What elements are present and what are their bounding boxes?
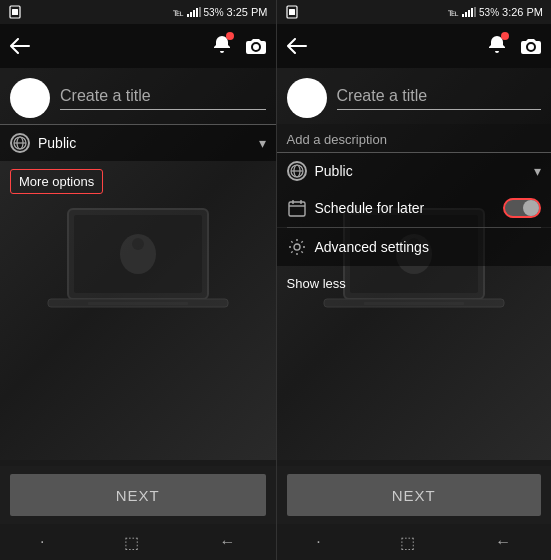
dropdown-arrow-right: ▾	[534, 163, 541, 179]
back-button-left[interactable]	[10, 38, 30, 54]
title-row-right: Create a title	[277, 68, 552, 124]
svg-point-36	[294, 244, 300, 250]
laptop-image-left	[38, 199, 238, 329]
status-bar-right: ℡ 53% 3:26 PM	[277, 0, 552, 24]
next-button-right[interactable]: NEXT	[287, 474, 542, 516]
signal-icon-right	[462, 7, 476, 17]
nav-recent-right[interactable]: ⬚	[400, 533, 415, 552]
toggle-knob	[523, 200, 539, 216]
svg-rect-21	[471, 8, 473, 17]
svg-rect-22	[474, 7, 476, 17]
top-bar-left	[0, 24, 276, 68]
top-bar-right	[277, 24, 552, 68]
nav-bar-left: · ⬚ ←	[0, 524, 276, 560]
svg-rect-19	[465, 12, 467, 17]
title-input-right[interactable]: Create a title	[337, 87, 542, 110]
description-input-right[interactable]: Add a description	[277, 124, 552, 153]
top-bar-right-icons	[212, 34, 266, 59]
top-bar-left-icons	[10, 38, 30, 54]
globe-icon-left	[10, 133, 30, 153]
title-placeholder-left: Create a title	[60, 87, 151, 104]
time-right: 3:26 PM	[502, 6, 543, 18]
svg-rect-4	[193, 10, 195, 17]
nav-dot-right: ·	[316, 533, 320, 551]
camera-button-left[interactable]	[246, 37, 266, 55]
signal-icon	[187, 7, 201, 17]
show-less-button[interactable]: Show less	[287, 272, 346, 295]
nav-back-left[interactable]: ←	[219, 533, 235, 551]
calendar-icon	[287, 198, 307, 218]
nav-dot-left: ·	[40, 533, 44, 551]
notifications-button-right[interactable]	[487, 34, 507, 59]
visibility-dropdown-left[interactable]: Public ▾	[0, 125, 276, 161]
next-button-left[interactable]: NEXT	[10, 474, 266, 516]
svg-rect-3	[190, 12, 192, 17]
svg-rect-18	[462, 14, 464, 17]
camera-icon-left	[246, 37, 266, 55]
camera-icon-right	[521, 37, 541, 55]
bt-icon-right: ℡	[448, 7, 459, 18]
gear-icon	[287, 237, 307, 257]
right-panel: ℡ 53% 3:26 PM	[276, 0, 552, 560]
avatar-right	[287, 78, 327, 118]
status-right-right: ℡ 53% 3:26 PM	[448, 6, 543, 18]
status-left	[8, 5, 22, 19]
svg-rect-1	[12, 9, 18, 15]
title-placeholder-right: Create a title	[337, 87, 428, 104]
status-bar-left: ℡ 53% 3:25 PM	[0, 0, 276, 24]
visibility-label-left: Public	[38, 135, 259, 151]
description-placeholder-right: Add a description	[287, 132, 387, 147]
notifications-button-left[interactable]	[212, 34, 232, 59]
title-input-left[interactable]: Create a title	[60, 87, 266, 110]
sim-icon-right	[285, 5, 299, 19]
status-right: ℡ 53% 3:25 PM	[173, 6, 268, 18]
title-row-left: Create a title	[0, 68, 276, 124]
bottom-bar-left: NEXT	[0, 466, 276, 524]
advanced-label: Advanced settings	[315, 239, 542, 255]
advanced-row[interactable]: Advanced settings	[277, 228, 552, 266]
svg-rect-20	[468, 10, 470, 17]
avatar-left	[10, 78, 50, 118]
top-bar-right-left	[287, 38, 307, 54]
status-right-left	[285, 5, 299, 19]
camera-button-right[interactable]	[521, 37, 541, 55]
overlay-left: Create a title Public ▾ More options	[0, 68, 276, 202]
time-left: 3:25 PM	[227, 6, 268, 18]
sim-icon	[8, 5, 22, 19]
svg-rect-28	[364, 302, 464, 305]
svg-rect-6	[199, 7, 201, 17]
battery-left: 53%	[204, 7, 224, 18]
back-button-right[interactable]	[287, 38, 307, 54]
left-panel: ℡ 53% 3:25 PM	[0, 0, 276, 560]
svg-rect-2	[187, 14, 189, 17]
svg-rect-12	[88, 302, 188, 305]
svg-point-10	[132, 238, 144, 250]
nav-recent-left[interactable]: ⬚	[124, 533, 139, 552]
schedule-toggle[interactable]	[503, 198, 541, 218]
schedule-row: Schedule for later	[277, 189, 552, 227]
nav-bar-right: · ⬚ ←	[277, 524, 552, 560]
dropdown-arrow-left: ▾	[259, 135, 266, 151]
visibility-label-right: Public	[315, 163, 535, 179]
globe-icon-right	[287, 161, 307, 181]
visibility-dropdown-right[interactable]: Public ▾	[277, 153, 552, 189]
svg-rect-5	[196, 8, 198, 17]
badge-dot-left	[226, 32, 234, 40]
bottom-bar-right: NEXT	[277, 466, 552, 524]
nav-back-right[interactable]: ←	[495, 533, 511, 551]
svg-rect-32	[289, 202, 305, 216]
badge-dot-right	[501, 32, 509, 40]
battery-right: 53%	[479, 7, 499, 18]
top-bar-right-right	[487, 34, 541, 59]
more-options-button[interactable]: More options	[10, 169, 103, 194]
schedule-label: Schedule for later	[315, 200, 504, 216]
overlay-right: Create a title Add a description Public …	[277, 68, 552, 301]
svg-rect-17	[289, 9, 295, 15]
bt-icon: ℡	[173, 7, 184, 18]
